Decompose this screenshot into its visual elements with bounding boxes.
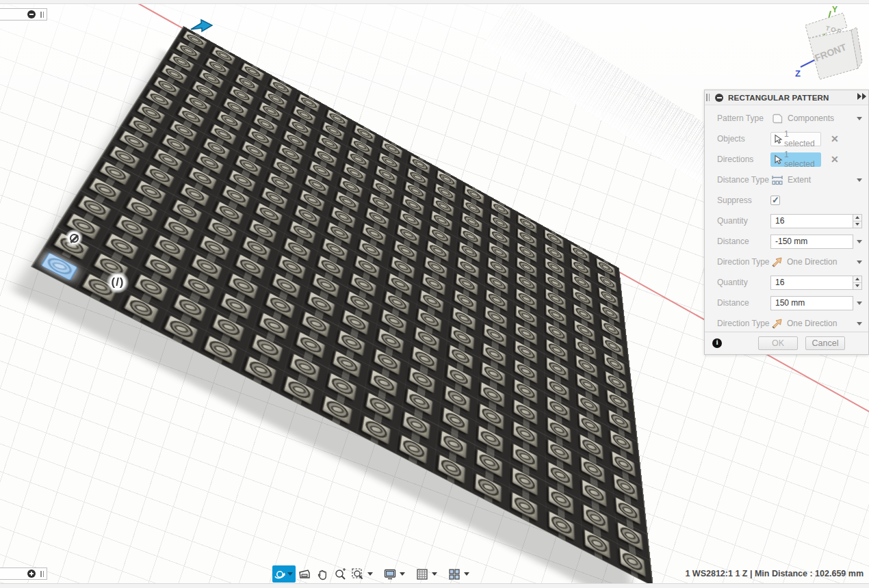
quantity-stepper[interactable] xyxy=(853,276,862,290)
viewports-icon xyxy=(448,567,461,581)
field-label: Distance xyxy=(717,237,770,246)
look-at-button[interactable] xyxy=(296,565,313,583)
field-label: Pattern Type xyxy=(717,113,770,123)
chevron-down-icon[interactable] xyxy=(857,117,862,120)
viewport-3d[interactable]: (/) Y Z TOP FRONT RECTANGULAR PATTERN Pa… xyxy=(0,0,869,588)
info-icon[interactable] xyxy=(712,338,722,348)
flip-icon: (/) xyxy=(111,276,124,289)
dialog-row-distance-type: Distance TypeExtent xyxy=(705,170,868,190)
led-lens xyxy=(551,488,571,511)
dialog-collapse-icon[interactable] xyxy=(715,94,723,102)
dropdown-control[interactable]: One Direction xyxy=(770,256,868,267)
quantity-input[interactable] xyxy=(770,214,853,228)
grid-settings-button[interactable] xyxy=(413,565,431,583)
led-lens xyxy=(364,418,387,441)
chevron-down-icon[interactable] xyxy=(857,260,862,264)
led-lens xyxy=(44,255,74,278)
suppress-manipulator[interactable] xyxy=(65,229,83,247)
clear-selection-icon[interactable]: ✕ xyxy=(831,133,839,144)
expand-icon[interactable] xyxy=(27,570,36,578)
led-lens xyxy=(623,550,644,574)
selection-button[interactable]: 1 selected xyxy=(770,152,821,167)
quantity-input[interactable] xyxy=(770,276,853,290)
dialog-row-suppress: Suppress xyxy=(705,190,868,211)
dropdown-control[interactable]: One Direction xyxy=(770,318,868,329)
distance-input[interactable] xyxy=(770,296,853,310)
ok-button[interactable]: OK xyxy=(758,336,798,350)
led-lens xyxy=(255,336,279,358)
suppress-checkbox[interactable] xyxy=(770,196,780,205)
zoom-window-button[interactable] xyxy=(349,565,367,583)
browser-collapse-bar[interactable] xyxy=(0,8,47,21)
y-axis-label: Y xyxy=(832,5,838,14)
dialog-grip-icon[interactable] xyxy=(706,94,710,101)
dialog-expand-icon[interactable] xyxy=(857,93,866,100)
led-lens xyxy=(409,391,430,413)
collapse-icon[interactable] xyxy=(27,10,36,18)
chevron-down-icon[interactable] xyxy=(857,302,862,305)
display-settings-button[interactable] xyxy=(381,565,399,583)
led-lens xyxy=(550,441,569,462)
pan-hand-icon xyxy=(315,567,329,581)
view-cube[interactable]: Y Z TOP FRONT xyxy=(791,1,868,85)
dialog-row-direction-type: Direction TypeOne Direction xyxy=(705,313,868,334)
led-lens xyxy=(373,372,395,394)
led-lens xyxy=(443,432,464,455)
display-settings-icon xyxy=(383,567,397,581)
flip-direction-manipulator[interactable]: (/) xyxy=(106,271,129,293)
dialog-row-distance: Distance xyxy=(705,231,868,252)
orbit-dropdown-caret[interactable] xyxy=(287,572,293,576)
dialog-row-direction-type: Direction TypeOne Direction xyxy=(705,252,868,272)
led-lens xyxy=(586,506,606,529)
led-lens xyxy=(516,423,535,444)
dropdown-value: Extent xyxy=(788,175,811,185)
dropdown-control[interactable]: Components xyxy=(770,113,868,124)
zoom-window-icon xyxy=(351,567,365,581)
clear-selection-icon[interactable]: ✕ xyxy=(831,154,839,165)
viewports-button[interactable] xyxy=(445,565,463,583)
dialog-row-directions: Directions1 selected✕ xyxy=(705,149,868,170)
window-bottom-strip xyxy=(0,583,869,588)
dialog-row-quantity: Quantity xyxy=(705,211,868,231)
display-settings-dropdown-caret[interactable] xyxy=(400,572,405,576)
dropdown-value: One Direction xyxy=(787,319,837,328)
led-lens xyxy=(406,414,428,436)
stepper-control xyxy=(770,214,868,228)
led-lens xyxy=(127,297,155,319)
selection-count: 1 selected xyxy=(784,129,820,148)
field-label: Quantity xyxy=(717,278,770,287)
led-lens xyxy=(262,315,286,336)
grid-settings-dropdown-caret[interactable] xyxy=(432,572,437,576)
dialog-title: RECTANGULAR PATTERN xyxy=(728,94,829,102)
zoom-window-dropdown-caret[interactable] xyxy=(367,572,373,576)
field-label: Suppress xyxy=(717,196,770,205)
cursor-icon xyxy=(773,155,783,165)
quantity-stepper[interactable] xyxy=(853,214,862,228)
led-lens xyxy=(551,513,571,537)
dropdown-value: One Direction xyxy=(787,257,837,267)
led-lens xyxy=(369,395,391,417)
grip-icon[interactable] xyxy=(40,571,44,577)
chevron-down-icon[interactable] xyxy=(857,240,862,243)
zoom-button[interactable] xyxy=(331,565,349,583)
selection-button[interactable]: 1 selected xyxy=(770,132,821,146)
viewports-dropdown-caret[interactable] xyxy=(464,572,469,576)
direction-arrow-manipulator[interactable] xyxy=(189,18,216,36)
led-lens xyxy=(620,524,640,548)
distance-input[interactable] xyxy=(770,235,853,249)
z-axis-label: Z xyxy=(795,68,801,79)
led-lens xyxy=(482,405,502,427)
grip-icon[interactable] xyxy=(40,12,44,18)
cancel-button[interactable]: Cancel xyxy=(805,336,845,350)
chevron-down-icon[interactable] xyxy=(857,322,862,325)
dropdown-control[interactable]: Extent xyxy=(770,174,868,186)
one-direction-icon xyxy=(770,318,783,329)
timeline-expand-bar[interactable] xyxy=(0,567,47,580)
pan-button[interactable] xyxy=(313,565,331,583)
chevron-down-icon[interactable] xyxy=(857,178,862,182)
orbit-button[interactable] xyxy=(272,565,296,583)
dialog-header[interactable]: RECTANGULAR PATTERN xyxy=(705,90,868,105)
led-lens xyxy=(293,356,317,378)
led-lens xyxy=(587,532,608,556)
selection-control: 1 selected✕ xyxy=(770,152,868,167)
